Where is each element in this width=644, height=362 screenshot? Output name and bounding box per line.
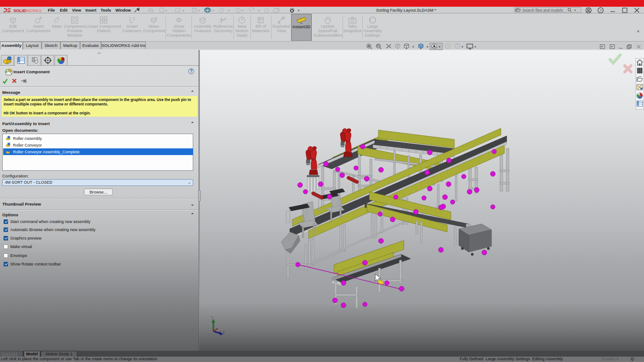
svg-text:x: x [218, 324, 220, 329]
svg-text:▾: ▾ [212, 9, 214, 12]
svg-text:▾: ▾ [258, 9, 260, 12]
svg-text:?: ? [600, 8, 602, 13]
svg-text:z: z [223, 330, 225, 334]
svg-text:▾: ▾ [298, 9, 300, 12]
svg-text:▾: ▾ [439, 45, 441, 48]
svg-text:▾: ▾ [427, 45, 428, 48]
svg-text:▾: ▾ [198, 9, 200, 12]
svg-text:▾: ▾ [412, 45, 414, 48]
svg-text:y: y [211, 315, 213, 319]
svg-text:▾: ▾ [574, 8, 576, 12]
svg-text:▾: ▾ [475, 45, 476, 48]
svg-text:▾: ▾ [165, 9, 167, 12]
svg-text:▾: ▾ [462, 45, 463, 48]
svg-text:▾: ▾ [242, 9, 244, 12]
svg-text:▾: ▾ [182, 9, 184, 12]
svg-text:▾: ▾ [228, 9, 230, 12]
